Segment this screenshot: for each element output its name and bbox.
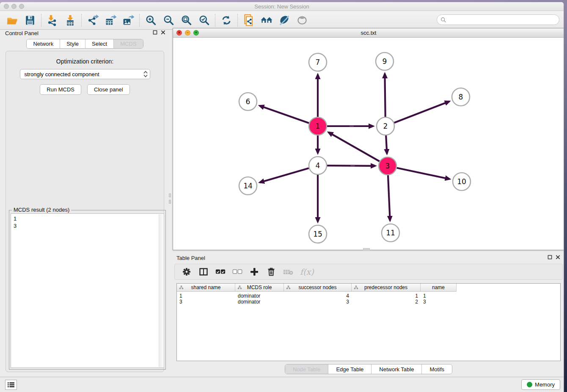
memory-status-dot: [527, 382, 532, 387]
column-header-name[interactable]: name: [421, 284, 457, 292]
delete-table-icon: [283, 268, 293, 275]
float-table-panel-icon[interactable]: [548, 255, 552, 259]
run-mcds-button[interactable]: Run MCDS: [40, 84, 81, 95]
import-network-button[interactable]: [44, 13, 61, 28]
first-neighbors-button[interactable]: [258, 13, 275, 28]
column-header-mcds-role[interactable]: MCDS role: [235, 284, 284, 292]
graph-edge-4-14[interactable]: [260, 168, 309, 182]
cell-shared-name: 1: [177, 293, 235, 298]
import-table-button[interactable]: [61, 13, 79, 28]
tab-style[interactable]: Style: [60, 39, 85, 48]
table-row[interactable]: 3 dominator 3 2 3: [177, 298, 560, 305]
table-row[interactable]: 1 dominator 4 1 1: [177, 292, 560, 298]
birds-eye-view-button[interactable]: [293, 13, 311, 28]
session-title: Session: New Session: [0, 3, 564, 10]
zoom-fit-icon: [180, 14, 192, 26]
clone-network-button[interactable]: [240, 13, 258, 28]
export-image-icon: [122, 14, 134, 26]
export-table-button[interactable]: [102, 13, 119, 28]
horizontal-splitter-handle[interactable]: [363, 248, 370, 250]
graph-edge-3-10[interactable]: [397, 168, 450, 179]
tab-edge-table[interactable]: Edge Table: [328, 364, 372, 374]
open-session-button[interactable]: [3, 13, 21, 28]
list-icon: [8, 382, 14, 388]
cell-predecessor-nodes: 2: [352, 298, 421, 305]
export-network-icon: [87, 14, 99, 26]
tab-network-table[interactable]: Network Table: [372, 364, 422, 374]
task-history-button[interactable]: [5, 380, 17, 390]
unchecked-boxes-icon: [232, 269, 242, 275]
vertical-splitter-handle[interactable]: [168, 191, 171, 206]
graph-edge-1-6[interactable]: [259, 106, 309, 123]
graph-edge-2-9[interactable]: [385, 74, 385, 117]
graph-edge-2-8[interactable]: [394, 101, 449, 123]
unselect-all-columns-button[interactable]: [232, 267, 242, 277]
graphics-details-button[interactable]: [275, 13, 293, 28]
optimization-criterion-select[interactable]: strongly connected component: [20, 69, 150, 79]
clone-network-icon: [243, 14, 255, 27]
table-header-row: shared name MCDS role successor nodes: [177, 284, 560, 292]
mcds-result-textarea[interactable]: 1 3: [11, 213, 164, 368]
graph-node-label: 9: [383, 57, 387, 66]
main-toolbar: [0, 11, 564, 30]
split-panel-icon: [199, 268, 208, 276]
graph-edge-3-1[interactable]: [328, 132, 380, 161]
search-box: [437, 14, 559, 25]
memory-label: Memory: [535, 381, 555, 388]
toolbar-separator: [215, 14, 215, 27]
graph-edge-2-3[interactable]: [386, 135, 387, 154]
zoom-fit-button[interactable]: [177, 13, 195, 28]
column-header-predecessor-nodes[interactable]: predecessor nodes: [352, 284, 421, 292]
tab-select[interactable]: Select: [85, 39, 114, 48]
toolbar-separator: [237, 14, 238, 27]
plus-icon: [250, 268, 259, 276]
export-image-button[interactable]: [119, 13, 137, 28]
tab-motifs[interactable]: Motifs: [422, 364, 452, 374]
add-column-button[interactable]: [249, 267, 259, 277]
select-stepper-icon: [143, 70, 148, 78]
cell-predecessor-nodes: 1: [352, 293, 421, 298]
graph-node-label: 4: [316, 161, 320, 170]
cell-name: 3: [421, 298, 457, 305]
toolbar-separator: [81, 14, 82, 27]
table-toolbar: f(x): [174, 264, 563, 280]
delete-table-button: [283, 267, 293, 277]
tab-network[interactable]: Network: [27, 39, 60, 48]
zoom-selected-button[interactable]: [195, 13, 213, 28]
memory-button[interactable]: Memory: [521, 379, 560, 390]
column-header-shared-name[interactable]: shared name: [177, 284, 235, 292]
search-input[interactable]: [446, 16, 559, 24]
houses-icon: [260, 15, 273, 26]
network-view-window: ✕ − + scc.txt 1234678910111415: [173, 28, 564, 250]
cell-mcds-role: dominator: [235, 293, 284, 298]
zoom-selected-icon: [198, 14, 210, 26]
mcds-panel: Optimization criterion: strongly connect…: [6, 51, 164, 372]
close-panel-button[interactable]: Close panel: [87, 84, 130, 95]
table-panel-title: Table Panel: [176, 255, 205, 261]
main-titlebar: Session: New Session: [0, 2, 564, 11]
export-network-button[interactable]: [84, 13, 102, 28]
status-bar: Memory: [0, 377, 564, 392]
tab-mcds[interactable]: MCDS: [114, 39, 143, 48]
mcds-result-groupbox: MCDS result (2 nodes) 1 3: [9, 210, 166, 370]
close-table-panel-icon[interactable]: [556, 255, 560, 259]
delete-columns-button[interactable]: [266, 267, 276, 277]
graph-edge-3-11[interactable]: [388, 175, 390, 221]
network-canvas[interactable]: 1234678910111415: [173, 38, 564, 250]
table-settings-button[interactable]: [182, 267, 192, 277]
cell-name: 1: [421, 293, 457, 298]
float-panel-icon[interactable]: [153, 30, 157, 35]
trash-icon: [267, 268, 275, 276]
zoom-in-button[interactable]: [142, 13, 160, 28]
network-window-titlebar[interactable]: ✕ − + scc.txt: [173, 28, 564, 38]
result-scrollbar[interactable]: [159, 214, 163, 367]
select-all-columns-button[interactable]: [215, 267, 226, 277]
result-line: 3: [11, 222, 164, 229]
tab-node-table[interactable]: Node Table: [285, 364, 329, 374]
column-header-successor-nodes[interactable]: successor nodes: [284, 284, 352, 292]
save-session-button[interactable]: [21, 13, 39, 28]
apply-layout-button[interactable]: [217, 13, 235, 28]
close-panel-icon[interactable]: [161, 30, 165, 35]
zoom-out-button[interactable]: [160, 13, 177, 28]
toggle-panel-columns-button[interactable]: [198, 267, 209, 277]
